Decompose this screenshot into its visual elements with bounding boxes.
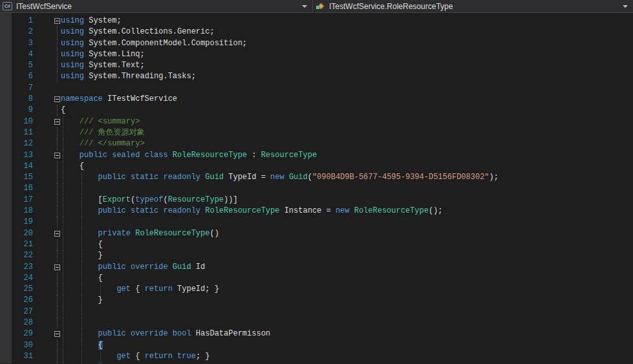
code-token: [168, 151, 173, 160]
code-text[interactable]: /// <summary>: [61, 116, 633, 127]
code-line[interactable]: 20 private RoleResourceType(): [0, 228, 633, 239]
line-number: 30: [0, 340, 34, 351]
code-text[interactable]: {: [61, 239, 633, 250]
code-text[interactable]: public override bool HasDataPermisson: [61, 328, 633, 339]
code-line[interactable]: 7: [0, 83, 633, 94]
code-line[interactable]: 1using System;: [0, 16, 633, 27]
outline-margin: [34, 206, 61, 217]
outline-margin: [34, 250, 61, 261]
code-text[interactable]: /// </summary>: [61, 138, 633, 149]
code-text[interactable]: [61, 306, 633, 317]
code-line[interactable]: 25 get { return TypeId; }: [0, 284, 633, 295]
code-text[interactable]: [Export(typeof(ResourceType))]: [61, 195, 633, 206]
code-line[interactable]: 19: [0, 217, 633, 228]
fold-marker-icon[interactable]: [54, 231, 60, 237]
code-text[interactable]: {: [61, 161, 633, 172]
outline-region-line: [57, 27, 58, 37]
code-text[interactable]: [61, 317, 633, 328]
code-line[interactable]: 12 /// </summary>: [0, 138, 633, 149]
types-dropdown-label: ITestWcfService: [16, 2, 72, 11]
outline-region-line: [57, 127, 58, 138]
code-text[interactable]: get { return TypeId; }: [61, 284, 633, 295]
code-text[interactable]: }: [61, 250, 633, 261]
code-line[interactable]: 30 {: [0, 340, 633, 351]
members-dropdown[interactable]: ITestWcfService.RoleResourceType: [313, 0, 633, 12]
code-text[interactable]: [61, 183, 633, 194]
code-text[interactable]: }: [61, 362, 633, 363]
code-text[interactable]: {: [61, 273, 633, 284]
code-text[interactable]: [61, 217, 633, 228]
code-token: using: [61, 72, 84, 81]
code-text[interactable]: [61, 83, 633, 94]
code-line[interactable]: 3using System.ComponentModel.Composition…: [0, 38, 633, 49]
code-text[interactable]: using System.Threading.Tasks;: [61, 71, 633, 82]
code-text[interactable]: {: [61, 340, 633, 351]
code-text[interactable]: using System.Linq;: [61, 49, 633, 60]
code-text[interactable]: public static readonly Guid TypeId = new…: [61, 172, 633, 183]
code-editor[interactable]: 1using System;2using System.Collections.…: [0, 13, 633, 363]
code-text[interactable]: /// 角色资源对象: [61, 127, 633, 138]
code-line[interactable]: 17 [Export(typeof(ResourceType))]: [0, 195, 633, 206]
fold-marker-icon[interactable]: [54, 18, 60, 24]
code-line[interactable]: 23 public override Guid Id: [0, 262, 633, 273]
line-number: 27: [0, 306, 34, 317]
code-line[interactable]: 6using System.Threading.Tasks;: [0, 71, 633, 82]
code-text[interactable]: private RoleResourceType(): [61, 228, 633, 239]
code-text[interactable]: namespace ITestWcfService: [61, 94, 633, 105]
code-line[interactable]: 15 public static readonly Guid TypeId = …: [0, 172, 633, 183]
line-number: 26: [0, 295, 34, 306]
code-line[interactable]: 22 }: [0, 250, 633, 261]
fold-marker-icon[interactable]: [54, 96, 60, 102]
code-line[interactable]: 10 /// <summary>: [0, 116, 633, 127]
chevron-down-icon[interactable]: [623, 5, 628, 8]
code-line[interactable]: 24 {: [0, 273, 633, 284]
line-number: 20: [0, 228, 34, 239]
code-text[interactable]: using System;: [61, 16, 633, 27]
code-line[interactable]: 9{: [0, 105, 633, 116]
fold-marker-icon[interactable]: [54, 119, 60, 125]
code-line[interactable]: 14 {: [0, 161, 633, 172]
outline-region-line: [57, 60, 58, 71]
line-number: 10: [0, 116, 34, 127]
code-line[interactable]: 31 get { return true; }: [0, 351, 633, 362]
code-line[interactable]: 32 }: [0, 362, 633, 363]
outline-margin: [34, 16, 61, 27]
code-token: public static readonly: [98, 206, 200, 215]
code-line[interactable]: 26 }: [0, 295, 633, 306]
code-line[interactable]: 2using System.Collections.Generic;: [0, 27, 633, 37]
code-line[interactable]: 16: [0, 183, 633, 194]
fold-marker-icon[interactable]: [54, 331, 60, 337]
code-line[interactable]: 4using System.Linq;: [0, 49, 633, 60]
code-text[interactable]: using System.Text;: [61, 60, 633, 71]
code-text[interactable]: {: [61, 105, 633, 116]
code-token: [61, 206, 98, 215]
code-token: (: [163, 195, 167, 204]
code-text[interactable]: public static readonly RoleResourceType …: [61, 206, 633, 217]
line-number: 16: [0, 183, 34, 194]
code-token: new: [336, 206, 350, 215]
class-icon: [316, 2, 325, 10]
line-number: 6: [0, 71, 34, 82]
outline-margin: [34, 116, 61, 127]
code-text[interactable]: using System.Collections.Generic;: [61, 27, 633, 37]
fold-marker-icon[interactable]: [54, 153, 60, 158]
outline-margin: [34, 60, 61, 71]
code-line[interactable]: 27: [0, 306, 633, 317]
code-line[interactable]: 28: [0, 317, 633, 328]
types-dropdown[interactable]: C# ITestWcfService: [0, 0, 313, 12]
code-token: [61, 262, 98, 272]
code-text[interactable]: public sealed class RoleResourceType : R…: [61, 150, 633, 161]
code-line[interactable]: 5using System.Text;: [0, 60, 633, 71]
code-line[interactable]: 29 public override bool HasDataPermisson: [0, 328, 633, 339]
code-line[interactable]: 18 public static readonly RoleResourceTy…: [0, 206, 633, 217]
code-text[interactable]: get { return true; }: [61, 351, 633, 362]
code-text[interactable]: public override Guid Id: [61, 262, 633, 273]
code-line[interactable]: 8namespace ITestWcfService: [0, 94, 633, 105]
code-line[interactable]: 11 /// 角色资源对象: [0, 127, 633, 138]
chevron-down-icon[interactable]: [302, 5, 307, 8]
code-text[interactable]: using System.ComponentModel.Composition;: [61, 38, 633, 49]
code-line[interactable]: 13 public sealed class RoleResourceType …: [0, 150, 633, 161]
code-line[interactable]: 21 {: [0, 239, 633, 250]
code-text[interactable]: }: [61, 295, 633, 306]
fold-marker-icon[interactable]: [54, 264, 60, 270]
